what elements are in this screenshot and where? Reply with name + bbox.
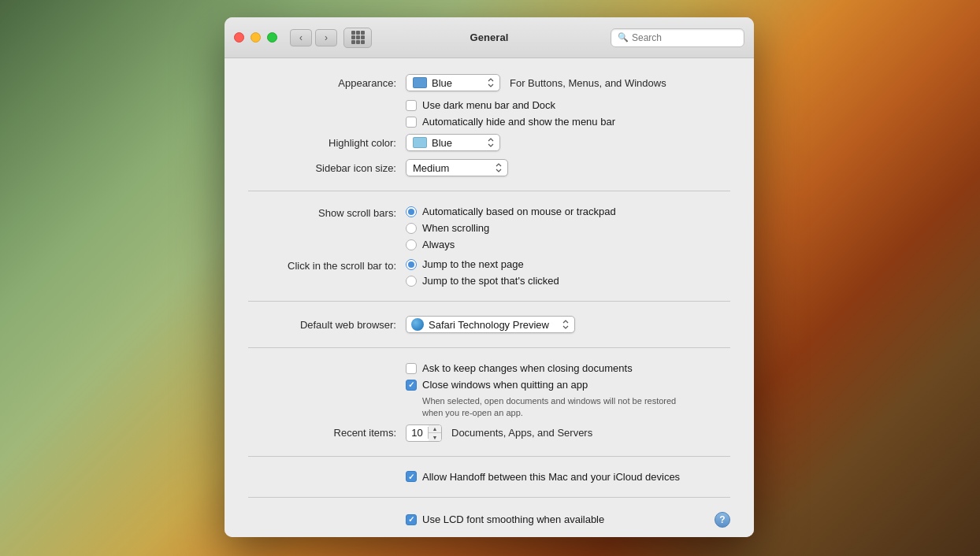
highlight-color-dropdown[interactable]: Blue: [406, 134, 500, 151]
auto-hide-menu-row: Automatically hide and show the menu bar: [406, 116, 730, 128]
highlight-color-value: Blue: [432, 137, 452, 149]
auto-hide-menu-checkbox[interactable]: [406, 117, 417, 128]
help-icon: ?: [719, 514, 725, 525]
appearance-row: Appearance: Blue For Buttons, Menus, and…: [248, 74, 730, 91]
help-button[interactable]: ?: [715, 512, 730, 528]
all-prefs-button[interactable]: [343, 28, 372, 48]
sidebar-icon-size-label: Sidebar icon size:: [248, 162, 406, 174]
allow-handoff-checkbox[interactable]: [406, 471, 417, 482]
click-scroll-bar-options: Jump to the next page Jump to the spot t…: [406, 258, 559, 287]
maximize-button[interactable]: [267, 32, 277, 43]
close-windows-row: Close windows when quitting an app: [406, 379, 730, 391]
click-scroll-bar-row: Click in the scroll bar to: Jump to the …: [248, 258, 730, 287]
divider-5: [248, 497, 730, 498]
appearance-desc: For Buttons, Menus, and Windows: [510, 77, 666, 89]
search-input[interactable]: [632, 32, 737, 43]
system-preferences-window: ‹ › General 🔍 Appearance:: [225, 17, 754, 537]
window-title: General: [470, 32, 508, 43]
appearance-control: Blue For Buttons, Menus, and Windows: [406, 74, 666, 91]
dark-menu-bar-checkbox[interactable]: [406, 100, 417, 111]
back-button[interactable]: ‹: [290, 29, 312, 46]
show-scroll-bars-row: Show scroll bars: Automatically based on…: [248, 206, 730, 250]
scroll-spot-clicked-label: Jump to the spot that's clicked: [422, 275, 559, 287]
content-area: Appearance: Blue For Buttons, Menus, and…: [225, 58, 754, 537]
recent-items-row: Recent items: 10 ▲ ▼ Documents, Apps, an…: [248, 424, 730, 442]
highlight-color-row: Highlight color: Blue: [248, 134, 730, 151]
search-icon: 🔍: [618, 32, 629, 43]
highlight-color-control: Blue: [406, 134, 500, 151]
scroll-next-page-radio[interactable]: [406, 259, 417, 270]
scroll-auto-radio[interactable]: [406, 206, 417, 217]
default-browser-row: Default web browser: Safari Technology P…: [248, 316, 730, 333]
scroll-spot-clicked-option: Jump to the spot that's clicked: [406, 275, 559, 287]
recent-items-value: 10: [406, 427, 429, 439]
titlebar: ‹ › General 🔍: [225, 17, 754, 58]
stepper-arrows: ▲ ▼: [429, 425, 441, 441]
search-box[interactable]: 🔍: [611, 28, 744, 47]
click-scroll-bar-label: Click in the scroll bar to:: [248, 258, 406, 272]
allow-handoff-row: Allow Handoff between this Mac and your …: [406, 471, 730, 483]
appearance-dropdown[interactable]: Blue: [406, 74, 500, 91]
minimize-button[interactable]: [251, 32, 261, 43]
divider-2: [248, 301, 730, 302]
lcd-smoothing-row: Use LCD font smoothing when available ?: [406, 512, 730, 528]
default-browser-dropdown[interactable]: Safari Technology Preview: [406, 316, 575, 333]
scroll-next-page-label: Jump to the next page: [422, 258, 524, 270]
sidebar-icon-size-dropdown[interactable]: Medium: [406, 159, 508, 176]
appearance-dropdown-value: Blue: [432, 77, 452, 89]
divider-1: [248, 191, 730, 191]
close-windows-checkbox[interactable]: [406, 380, 417, 391]
dark-menu-bar-label: Use dark menu bar and Dock: [422, 99, 555, 111]
browser-dropdown-arrow: [559, 319, 570, 330]
scroll-when-scrolling-option: When scrolling: [406, 222, 616, 234]
show-scroll-bars-label: Show scroll bars:: [248, 206, 406, 219]
ask-keep-changes-label: Ask to keep changes when closing documen…: [422, 362, 633, 374]
close-windows-label: Close windows when quitting an app: [422, 379, 588, 391]
sidebar-icon-size-control: Medium: [406, 159, 508, 176]
recent-items-label: Recent items:: [248, 427, 406, 439]
traffic-lights: [234, 32, 277, 43]
default-browser-value: Safari Technology Preview: [429, 319, 549, 331]
lcd-smoothing-checkbox[interactable]: [406, 514, 417, 525]
safari-icon: [411, 318, 424, 331]
close-windows-sublabel-text: When selected, open documents and window…: [422, 396, 676, 417]
stepper-up-button[interactable]: ▲: [429, 425, 441, 434]
scroll-auto-label: Automatically based on mouse or trackpad: [422, 206, 616, 217]
scroll-when-scrolling-radio[interactable]: [406, 223, 417, 234]
scroll-spot-clicked-radio[interactable]: [406, 276, 417, 287]
scroll-when-scrolling-label: When scrolling: [422, 222, 489, 234]
ask-keep-changes-checkbox[interactable]: [406, 363, 417, 374]
recent-items-control: 10 ▲ ▼ Documents, Apps, and Servers: [406, 424, 592, 442]
appearance-dropdown-arrow: [484, 77, 495, 88]
lcd-smoothing-label: Use LCD font smoothing when available: [422, 513, 604, 525]
appearance-color-swatch: [413, 77, 427, 88]
default-browser-control: Safari Technology Preview: [406, 316, 575, 333]
scroll-next-page-option: Jump to the next page: [406, 258, 559, 270]
close-button[interactable]: [234, 32, 244, 43]
recent-items-stepper[interactable]: 10 ▲ ▼: [406, 424, 442, 442]
back-icon: ‹: [299, 32, 303, 43]
sidebar-icon-size-row: Sidebar icon size: Medium: [248, 159, 730, 176]
sidebar-dropdown-arrow: [492, 162, 503, 173]
sidebar-icon-size-value: Medium: [413, 162, 449, 174]
scroll-always-radio[interactable]: [406, 239, 417, 250]
scroll-auto-option: Automatically based on mouse or trackpad: [406, 206, 616, 217]
highlight-color-label: Highlight color:: [248, 137, 406, 149]
scroll-always-label: Always: [422, 239, 455, 250]
ask-keep-changes-row: Ask to keep changes when closing documen…: [406, 362, 730, 374]
appearance-label: Appearance:: [248, 77, 406, 89]
forward-button[interactable]: ›: [315, 29, 337, 46]
dark-menu-bar-row: Use dark menu bar and Dock: [406, 99, 730, 111]
nav-buttons: ‹ ›: [290, 29, 337, 46]
allow-handoff-label: Allow Handoff between this Mac and your …: [422, 471, 680, 483]
highlight-dropdown-arrow: [484, 137, 495, 148]
divider-4: [248, 456, 730, 457]
divider-3: [248, 347, 730, 348]
close-windows-sublabel: When selected, open documents and window…: [406, 395, 730, 420]
recent-items-desc: Documents, Apps, and Servers: [451, 427, 592, 439]
highlight-color-swatch: [413, 137, 427, 148]
stepper-down-button[interactable]: ▼: [429, 433, 441, 441]
default-browser-label: Default web browser:: [248, 319, 406, 331]
auto-hide-menu-label: Automatically hide and show the menu bar: [422, 116, 615, 128]
forward-icon: ›: [325, 32, 328, 43]
